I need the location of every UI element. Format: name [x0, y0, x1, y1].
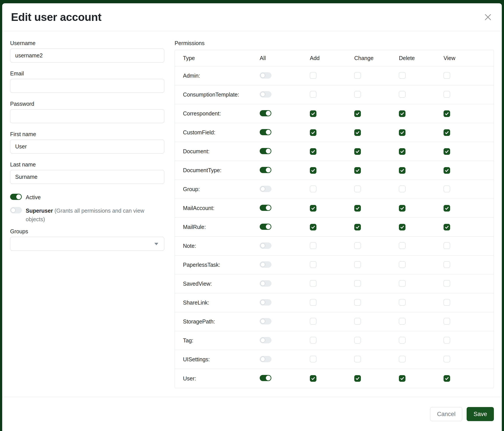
permission-add-checkbox[interactable]: [310, 337, 316, 343]
permission-all-toggle[interactable]: [260, 299, 271, 305]
permission-change-checkbox[interactable]: [354, 375, 361, 382]
permission-add-checkbox[interactable]: [310, 375, 316, 382]
permission-all-toggle[interactable]: [260, 375, 271, 381]
save-button[interactable]: Save: [467, 407, 494, 421]
permission-add-checkbox[interactable]: [310, 318, 316, 324]
permission-delete-checkbox[interactable]: [399, 205, 405, 212]
permission-add-checkbox[interactable]: [310, 205, 316, 212]
permission-delete-checkbox[interactable]: [399, 129, 405, 136]
permission-all-toggle[interactable]: [260, 337, 271, 343]
permission-add-checkbox[interactable]: [310, 110, 316, 117]
permission-view-checkbox[interactable]: [443, 280, 450, 287]
permission-delete-checkbox[interactable]: [399, 148, 405, 155]
permission-change-checkbox[interactable]: [354, 91, 361, 98]
toggle-knob: [260, 319, 265, 324]
permission-add-checkbox[interactable]: [310, 91, 316, 98]
permission-all-toggle[interactable]: [260, 242, 271, 249]
permission-view-checkbox[interactable]: [443, 261, 450, 268]
permission-all-toggle[interactable]: [260, 186, 271, 192]
toggle-knob: [266, 111, 271, 116]
permission-change-checkbox[interactable]: [354, 72, 361, 79]
last-name-input[interactable]: [10, 170, 164, 184]
permission-view-checkbox[interactable]: [443, 356, 450, 362]
permission-all-toggle[interactable]: [260, 91, 271, 98]
permission-change-checkbox[interactable]: [354, 224, 361, 230]
permission-delete-checkbox[interactable]: [399, 224, 405, 230]
permission-view-checkbox[interactable]: [443, 110, 450, 117]
permission-view-checkbox[interactable]: [443, 205, 450, 212]
permission-delete-checkbox[interactable]: [399, 337, 405, 343]
permission-delete-checkbox[interactable]: [399, 186, 405, 192]
permission-delete-checkbox[interactable]: [399, 242, 405, 249]
permission-add-checkbox[interactable]: [310, 261, 316, 268]
permission-add-checkbox[interactable]: [310, 242, 316, 249]
permission-view-checkbox[interactable]: [443, 299, 450, 306]
password-input[interactable]: [10, 109, 164, 123]
permission-all-toggle[interactable]: [260, 110, 271, 116]
permission-delete-checkbox[interactable]: [399, 318, 405, 324]
permission-view-checkbox[interactable]: [443, 242, 450, 249]
permission-view-checkbox[interactable]: [443, 186, 450, 192]
permission-view-checkbox[interactable]: [443, 224, 450, 230]
permission-delete-checkbox[interactable]: [399, 299, 405, 306]
permission-change-checkbox[interactable]: [354, 148, 361, 155]
first-name-input[interactable]: [10, 140, 164, 153]
permission-view-checkbox[interactable]: [443, 318, 450, 324]
permission-add-checkbox[interactable]: [310, 148, 316, 155]
permission-row: UISettings:: [175, 350, 494, 369]
cancel-button[interactable]: Cancel: [430, 407, 462, 421]
permission-add-checkbox[interactable]: [310, 129, 316, 136]
permission-add-checkbox[interactable]: [310, 72, 316, 79]
permission-change-checkbox[interactable]: [354, 205, 361, 212]
permission-add-checkbox[interactable]: [310, 299, 316, 306]
permission-change-checkbox[interactable]: [354, 318, 361, 324]
permission-change-checkbox[interactable]: [354, 110, 361, 117]
permission-add-checkbox[interactable]: [310, 280, 316, 287]
permission-add-checkbox[interactable]: [310, 224, 316, 230]
permission-change-checkbox[interactable]: [354, 129, 361, 136]
username-input[interactable]: [10, 49, 164, 63]
permission-delete-checkbox[interactable]: [399, 91, 405, 98]
permission-all-toggle[interactable]: [260, 280, 271, 287]
permission-change-checkbox[interactable]: [354, 167, 361, 174]
close-button[interactable]: [483, 12, 493, 22]
permission-view-checkbox[interactable]: [443, 375, 450, 382]
permission-all-toggle[interactable]: [260, 224, 271, 230]
groups-select[interactable]: [10, 237, 164, 251]
email-input[interactable]: [10, 79, 164, 93]
permission-view-checkbox[interactable]: [443, 337, 450, 343]
permission-view-checkbox[interactable]: [443, 129, 450, 136]
permission-all-toggle[interactable]: [260, 129, 271, 135]
permission-change-checkbox[interactable]: [354, 242, 361, 249]
permission-all-toggle[interactable]: [260, 148, 271, 154]
permission-add-checkbox[interactable]: [310, 167, 316, 174]
permission-view-checkbox[interactable]: [443, 148, 450, 155]
permission-change-checkbox[interactable]: [354, 337, 361, 343]
permission-delete-checkbox[interactable]: [399, 110, 405, 117]
permission-delete-checkbox[interactable]: [399, 375, 405, 382]
permission-add-checkbox[interactable]: [310, 356, 316, 362]
permission-delete-checkbox[interactable]: [399, 280, 405, 287]
permission-change-checkbox[interactable]: [354, 186, 361, 192]
permission-all-toggle[interactable]: [260, 205, 271, 211]
permission-delete-checkbox[interactable]: [399, 261, 405, 268]
superuser-toggle[interactable]: [10, 207, 22, 213]
permission-add-checkbox[interactable]: [310, 186, 316, 192]
groups-field: Groups: [10, 228, 164, 251]
permission-delete-checkbox[interactable]: [399, 167, 405, 174]
permission-view-checkbox[interactable]: [443, 167, 450, 174]
permission-change-checkbox[interactable]: [354, 261, 361, 268]
permission-view-checkbox[interactable]: [443, 72, 450, 79]
permission-all-toggle[interactable]: [260, 72, 271, 79]
permission-view-checkbox[interactable]: [443, 91, 450, 98]
permission-change-checkbox[interactable]: [354, 280, 361, 287]
permission-delete-checkbox[interactable]: [399, 72, 405, 79]
permission-all-toggle[interactable]: [260, 167, 271, 173]
permission-all-toggle[interactable]: [260, 261, 271, 268]
active-toggle[interactable]: [10, 194, 22, 200]
permission-change-checkbox[interactable]: [354, 356, 361, 362]
permission-all-toggle[interactable]: [260, 356, 271, 362]
permission-change-checkbox[interactable]: [354, 299, 361, 306]
permission-delete-checkbox[interactable]: [399, 356, 405, 362]
permission-all-toggle[interactable]: [260, 318, 271, 324]
